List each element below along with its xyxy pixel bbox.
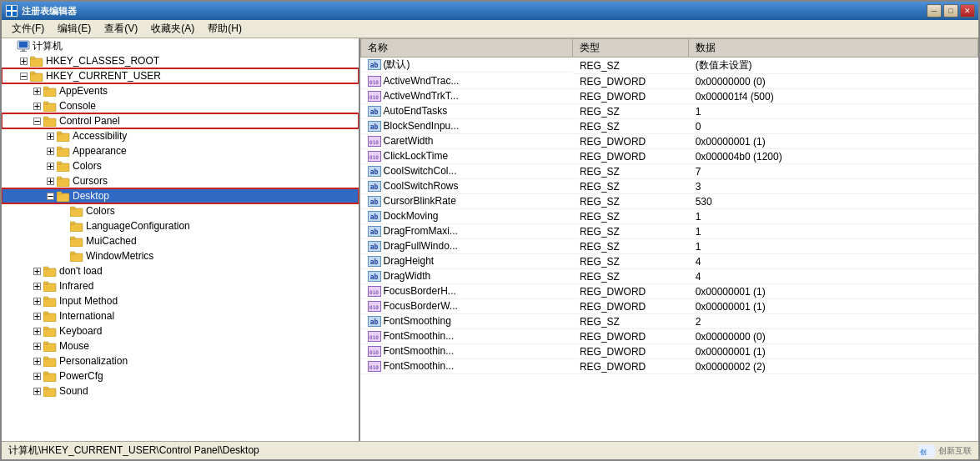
table-row[interactable]: 010FontSmoothin...REG_DWORD0x00000000 (0… (361, 329, 978, 344)
tree-item-colors[interactable]: Colors (2, 158, 359, 173)
tree-label-powercfg: PowerCfg (59, 370, 103, 382)
table-row[interactable]: abDragHeightREG_SZ4 (361, 254, 978, 269)
expander-console[interactable] (30, 99, 43, 113)
table-row[interactable]: abBlockSendInpu...REG_SZ0 (361, 119, 978, 134)
tree-item-computer[interactable]: 计算机 (2, 38, 359, 53)
tree-item-muicached[interactable]: MuiCached (2, 233, 359, 248)
tree-item-personalization[interactable]: Personalization (2, 353, 359, 368)
cell-data: 3 (689, 179, 978, 194)
expander-windowmetrics[interactable] (57, 249, 70, 263)
expander-international[interactable] (30, 309, 43, 323)
expander-muicached[interactable] (57, 234, 70, 248)
tree-item-infrared[interactable]: Infrared (2, 278, 359, 293)
tree-panel[interactable]: 计算机 HKEY_CLASSES_ROOT HKEY_CURRENT_USER … (2, 38, 360, 441)
tree-label-desktop: Desktop (73, 190, 109, 202)
table-row[interactable]: 010FocusBorderH...REG_DWORD0x00000001 (1… (361, 284, 978, 299)
table-row[interactable]: 010FontSmoothin...REG_DWORD0x00000002 (2… (361, 359, 978, 374)
tree-item-hkcr[interactable]: HKEY_CLASSES_ROOT (2, 53, 359, 68)
tree-item-desktop-colors[interactable]: Colors (2, 203, 359, 218)
maximize-button[interactable]: □ (943, 4, 958, 18)
expander-dontload[interactable] (30, 264, 43, 278)
cell-name-text: (默认) (384, 58, 410, 72)
minimize-button[interactable]: ─ (927, 4, 942, 18)
tree-item-appearance[interactable]: Appearance (2, 143, 359, 158)
tree-item-cursors[interactable]: Cursors (2, 173, 359, 188)
expander-hkcu[interactable] (17, 69, 30, 83)
table-row[interactable]: abCoolSwitchRowsREG_SZ3 (361, 179, 978, 194)
registry-table-container[interactable]: 名称 类型 数据 ab(默认)REG_SZ(数值未设置)010ActiveWnd… (360, 38, 978, 441)
tree-item-hkcu[interactable]: HKEY_CURRENT_USER (2, 68, 359, 83)
expander-hkcr[interactable] (17, 54, 30, 68)
table-row[interactable]: abDragWidthREG_SZ4 (361, 269, 978, 284)
table-row[interactable]: abDragFromMaxi...REG_SZ1 (361, 224, 978, 239)
folder-icon-powercfg (43, 371, 57, 382)
tree-item-keyboard[interactable]: Keyboard (2, 323, 359, 338)
svg-rect-108 (43, 387, 48, 389)
cell-type: REG_DWORD (573, 344, 689, 359)
expander-appevents[interactable] (30, 84, 43, 98)
table-row[interactable]: abAutoEndTasksREG_SZ1 (361, 104, 978, 119)
menu-help[interactable]: 帮助(H) (201, 20, 249, 38)
table-row[interactable]: 010ActiveWndTrkT...REG_DWORD0x000001f4 (… (361, 89, 978, 104)
expander-personalization[interactable] (30, 354, 43, 368)
table-row[interactable]: abDragFullWindo...REG_SZ1 (361, 239, 978, 254)
expander-inputmethod[interactable] (30, 294, 43, 308)
folder-icon-international (43, 311, 57, 322)
expander-powercfg[interactable] (30, 369, 43, 383)
tree-item-langconfig[interactable]: LanguageConfiguration (2, 218, 359, 233)
expander-keyboard[interactable] (30, 324, 43, 338)
cell-type: REG_SZ (573, 224, 689, 239)
tree-item-inputmethod[interactable]: Input Method (2, 293, 359, 308)
tree-item-mouse[interactable]: Mouse (2, 338, 359, 353)
table-row[interactable]: 010FocusBorderW...REG_DWORD0x00000001 (1… (361, 299, 978, 314)
cell-name-text: AutoEndTasks (384, 105, 448, 117)
table-row[interactable]: abFontSmoothingREG_SZ2 (361, 314, 978, 329)
cell-data: 7 (689, 164, 978, 179)
tree-item-powercfg[interactable]: PowerCfg (2, 368, 359, 383)
expander-computer[interactable] (3, 39, 17, 53)
expander-controlpanel[interactable] (30, 114, 43, 128)
cell-name: 010FocusBorderW... (361, 299, 573, 314)
table-row[interactable]: abDockMovingREG_SZ1 (361, 209, 978, 224)
svg-rect-6 (19, 42, 28, 48)
close-button[interactable]: ✕ (960, 4, 975, 18)
expander-desktop[interactable] (43, 189, 57, 203)
ab-icon: ab (368, 106, 381, 117)
table-row[interactable]: 010ClickLockTimeREG_DWORD0x000004b0 (120… (361, 149, 978, 164)
cell-name: abDragWidth (361, 269, 573, 284)
menu-edit[interactable]: 编辑(E) (51, 20, 98, 38)
menu-view[interactable]: 查看(V) (98, 20, 144, 38)
expander-langconfig[interactable] (57, 219, 70, 233)
table-row[interactable]: ab(默认)REG_SZ(数值未设置) (361, 58, 978, 74)
table-row[interactable]: abCursorBlinkRateREG_SZ530 (361, 194, 978, 209)
table-row[interactable]: 010FontSmoothin...REG_DWORD0x00000001 (1… (361, 344, 978, 359)
tree-item-appevents[interactable]: AppEvents (2, 83, 359, 98)
svg-rect-45 (57, 163, 69, 172)
expander-appearance[interactable] (43, 144, 57, 158)
expander-infrared[interactable] (30, 279, 43, 293)
expander-sound[interactable] (30, 384, 43, 398)
tree-item-accessibility[interactable]: Accessibility (2, 128, 359, 143)
tree-item-windowmetrics[interactable]: WindowMetrics (2, 248, 359, 263)
expander-desktop-colors[interactable] (57, 204, 70, 218)
tree-item-dontload[interactable]: don't load (2, 263, 359, 278)
tree-item-international[interactable]: International (2, 308, 359, 323)
folder-icon-muicached (70, 236, 83, 247)
expander-mouse[interactable] (30, 339, 43, 353)
expander-cursors[interactable] (43, 174, 57, 188)
menu-favorites[interactable]: 收藏夹(A) (144, 20, 201, 38)
cell-name: abBlockSendInpu... (361, 119, 573, 134)
tree-item-sound[interactable]: Sound (2, 383, 359, 398)
expander-colors[interactable] (43, 159, 57, 173)
expander-accessibility[interactable] (43, 129, 57, 143)
folder-icon-windowmetrics (70, 251, 83, 262)
cell-type: REG_SZ (573, 254, 689, 269)
menu-file[interactable]: 文件(F) (5, 20, 51, 38)
tree-item-controlpanel[interactable]: Control Panel (2, 113, 359, 128)
tree-item-desktop[interactable]: Desktop (2, 188, 359, 203)
cell-name-text: CoolSwitchRows (384, 180, 459, 192)
tree-item-console[interactable]: Console (2, 98, 359, 113)
table-row[interactable]: 010CaretWidthREG_DWORD0x00000001 (1) (361, 134, 978, 149)
table-row[interactable]: 010ActiveWndTrac...REG_DWORD0x00000000 (… (361, 74, 978, 89)
table-row[interactable]: abCoolSwitchCol...REG_SZ7 (361, 164, 978, 179)
